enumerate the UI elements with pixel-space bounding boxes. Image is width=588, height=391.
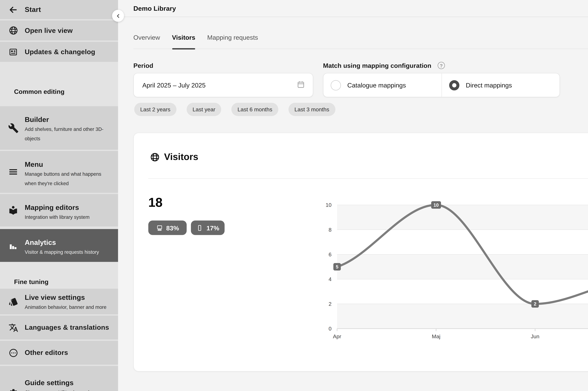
sidebar-item-desc: Add shelves, furniture and other 3D-obje… xyxy=(25,125,105,143)
mobile-share-badge: 17% xyxy=(191,220,224,235)
svg-text:Jun: Jun xyxy=(531,333,539,339)
radio-unselected-icon xyxy=(331,80,341,90)
tab-visitors[interactable]: Visitors xyxy=(172,30,195,49)
arrow-left-icon xyxy=(7,3,20,16)
section-label-fine-tuning: Fine tuning xyxy=(14,278,49,286)
app-root: Start Open live view Updates & changelog… xyxy=(0,0,588,391)
sidebar-item-title: Live view settings xyxy=(25,293,85,302)
sidebar-back-start[interactable]: Start xyxy=(0,0,118,19)
sidebar-item-title: Guide settings xyxy=(25,378,74,387)
quick-range-last-6-months[interactable]: Last 6 months xyxy=(231,103,278,116)
svg-text:0: 0 xyxy=(329,326,332,332)
circle-dots-icon xyxy=(7,346,20,359)
smartphone-icon xyxy=(196,224,204,231)
sidebar-item-open-live-view[interactable]: Open live view xyxy=(0,20,118,40)
tab-bar: Overview Visitors Mapping requests xyxy=(133,30,588,49)
topbar: Demo Library Wiki B xyxy=(118,0,588,17)
sidebar-item-desc: Manage buttons and what happens when the… xyxy=(25,170,105,188)
mobile-share-value: 17% xyxy=(207,224,219,231)
radio-catalogue-mappings[interactable]: Catalogue mappings xyxy=(323,73,441,97)
sidebar-item-title: Menu xyxy=(25,160,43,169)
wrench-icon xyxy=(7,122,20,134)
period-value: April 2025 – July 2025 xyxy=(142,82,206,89)
style-cards-icon xyxy=(7,295,20,308)
radio-selected-icon xyxy=(449,80,459,90)
sidebar-item-label: Languages & translations xyxy=(25,316,109,340)
globe-icon xyxy=(7,24,20,37)
card-divider xyxy=(148,178,588,179)
globe-icon xyxy=(150,152,160,164)
svg-text:Maj: Maj xyxy=(432,333,441,339)
svg-text:4: 4 xyxy=(329,276,332,282)
tab-mapping-requests[interactable]: Mapping requests xyxy=(207,30,258,49)
period-label: Period xyxy=(133,62,153,69)
sidebar-item-label: Updates & changelog xyxy=(25,42,95,62)
sidebar-item-title: Mapping editors xyxy=(25,202,79,212)
svg-text:5: 5 xyxy=(336,264,338,269)
svg-text:6: 6 xyxy=(329,252,332,258)
section-label-common-editing: Common editing xyxy=(14,88,65,95)
sidebar-item-guide-settings[interactable]: Guide settings Change name, URL, slug an… xyxy=(0,366,118,391)
sidebar-item-other-editors[interactable]: Other editors xyxy=(0,341,118,365)
svg-text:2: 2 xyxy=(534,301,536,306)
sidebar: Start Open live view Updates & changelog… xyxy=(0,0,118,391)
hamburger-icon xyxy=(7,166,20,178)
svg-text:10: 10 xyxy=(326,202,332,208)
mapping-config-radio-group: Catalogue mappings Direct mappings xyxy=(323,73,560,97)
page-title: Demo Library xyxy=(133,0,176,17)
sidebar-item-menu[interactable]: Menu Manage buttons and what happens whe… xyxy=(0,151,118,193)
sidebar-item-desc: Visitor & mapping requests history xyxy=(25,248,118,257)
sidebar-item-title: Analytics xyxy=(25,238,56,247)
quick-range-last-3-months[interactable]: Last 3 months xyxy=(289,103,335,116)
svg-text:8: 8 xyxy=(329,227,332,233)
svg-text:2: 2 xyxy=(329,301,332,307)
tab-overview[interactable]: Overview xyxy=(133,30,160,49)
visitors-card: Visitors 18 83% 17% 0246810AprMajJunJul5… xyxy=(133,133,588,372)
card-title: Visitors xyxy=(164,151,198,162)
sidebar-item-analytics[interactable]: Analytics Visitor & mapping requests his… xyxy=(0,229,118,262)
desktop-share-badge: 83% xyxy=(148,220,187,235)
chevron-left-icon xyxy=(115,13,121,19)
radio-direct-mappings[interactable]: Direct mappings xyxy=(441,73,560,97)
analytics-bars-icon xyxy=(7,239,20,252)
sidebar-item-label: Open live view xyxy=(25,20,73,40)
radio-label: Catalogue mappings xyxy=(347,82,406,89)
library-reader-icon xyxy=(7,204,20,217)
quick-range-pills: Last 2 years Last year Last 6 months Las… xyxy=(134,103,335,116)
sidebar-item-builder[interactable]: Builder Add shelves, furniture and other… xyxy=(0,106,118,150)
period-date-range-input[interactable]: April 2025 – July 2025 xyxy=(133,73,313,97)
quick-range-last-year[interactable]: Last year xyxy=(187,103,221,116)
radio-label: Direct mappings xyxy=(466,82,512,89)
sidebar-item-updates-changelog[interactable]: Updates & changelog xyxy=(0,42,118,62)
visitors-line-chart: 0246810AprMajJunJul51024 xyxy=(318,199,588,344)
svg-text:10: 10 xyxy=(434,202,439,208)
sidebar-item-languages-translations[interactable]: Languages & translations xyxy=(0,316,118,340)
desktop-icon xyxy=(156,224,163,231)
help-icon[interactable]: ? xyxy=(438,62,445,69)
desktop-share-value: 83% xyxy=(166,224,179,231)
sidebar-item-desc: Animation behavior, banner and more xyxy=(25,303,118,312)
sidebar-item-label: Other editors xyxy=(25,341,68,365)
sidebar-item-desc: Integration with library system xyxy=(25,213,114,222)
visitors-total: 18 xyxy=(148,196,162,210)
translate-icon xyxy=(7,321,20,334)
sidebar-item-desc: Change name, URL, slug and more xyxy=(25,388,118,391)
gear-icon xyxy=(7,387,20,391)
sidebar-item-mapping-editors[interactable]: Mapping editors Integration with library… xyxy=(0,194,118,226)
quick-range-last-2-years[interactable]: Last 2 years xyxy=(134,103,176,116)
calendar-icon xyxy=(296,80,305,90)
svg-text:Apr: Apr xyxy=(333,333,341,339)
sidebar-collapse-button[interactable] xyxy=(112,10,124,22)
sidebar-back-label: Start xyxy=(25,0,41,19)
match-config-label: Match using mapping configuration xyxy=(323,62,431,69)
sidebar-item-title: Builder xyxy=(25,115,49,124)
sidebar-item-live-view-settings[interactable]: Live view settings Animation behavior, b… xyxy=(0,289,118,314)
newspaper-icon xyxy=(7,45,20,58)
